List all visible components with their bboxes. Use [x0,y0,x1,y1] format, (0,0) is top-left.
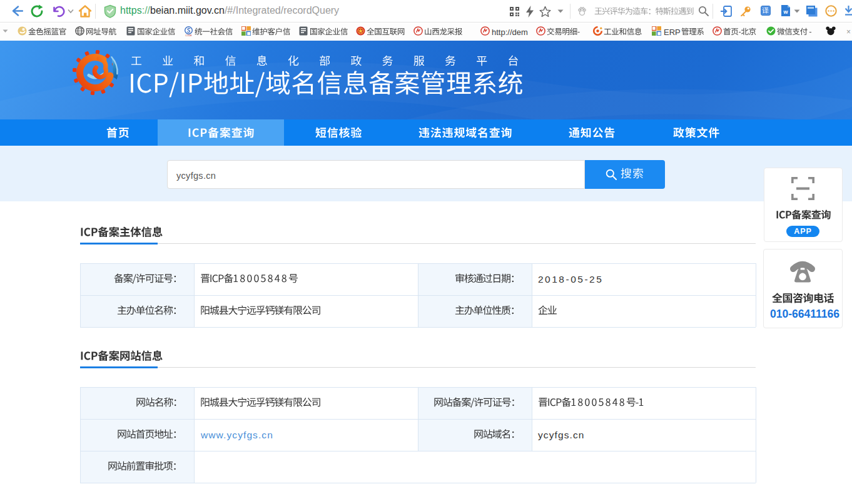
svg-text:CODE: CODE [185,34,192,37]
svg-text:w: w [783,9,788,15]
